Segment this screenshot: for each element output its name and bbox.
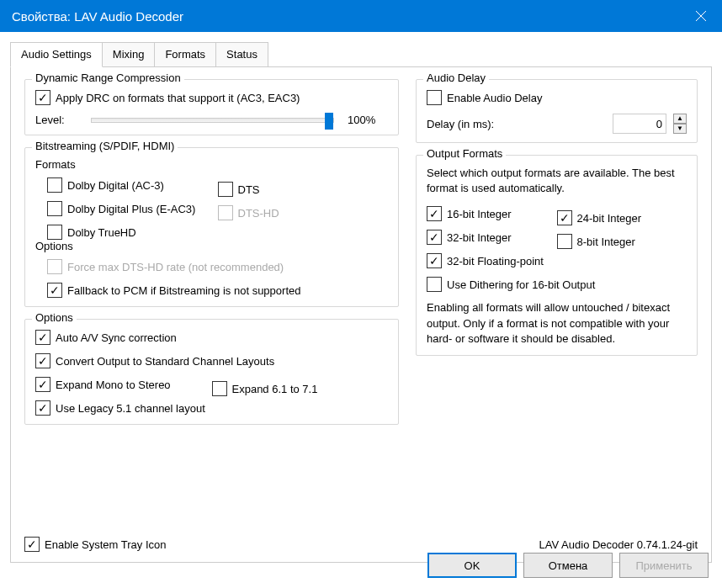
checkbox-expand-61[interactable]: Expand 6.1 to 7.1 [212, 377, 389, 400]
checkbox-box [47, 177, 62, 193]
checkbox-enable-delay[interactable]: Enable Audio Delay [427, 90, 687, 105]
group-output-formats: Output Formats Select which output forma… [416, 155, 698, 356]
checkbox-box [47, 201, 62, 216]
checkbox-expand-mono[interactable]: Expand Mono to Stereo [35, 377, 212, 392]
checkbox-apply-drc[interactable]: Apply DRC on formats that support it (AC… [35, 90, 388, 105]
checkbox-dts-hd: DTS-HD [218, 201, 389, 225]
group-title-audio-delay: Audio Delay [423, 72, 489, 84]
checkbox-dithering[interactable]: Use Dithering for 16-bit Output [427, 277, 687, 292]
checkbox-dolby-ac3[interactable]: Dolby Digital (AC-3) [47, 177, 218, 193]
group-title-options: Options [32, 311, 77, 324]
checkmark-icon [427, 253, 442, 268]
delay-input[interactable] [613, 114, 666, 134]
checkbox-dts[interactable]: DTS [218, 177, 389, 201]
checkbox-fp32[interactable]: 32-bit Floating-point [427, 253, 687, 268]
close-icon [695, 10, 707, 22]
checkmark-icon [557, 210, 572, 225]
checkmark-icon [35, 400, 50, 416]
checkbox-box [427, 277, 442, 292]
tab-bar: Audio Settings Mixing Formats Status [10, 42, 712, 67]
ok-button[interactable]: OK [427, 553, 517, 578]
window-title: Свойства: LAV Audio Decoder [12, 9, 680, 24]
slider-thumb[interactable] [325, 113, 333, 130]
tab-status[interactable]: Status [215, 42, 268, 67]
checkbox-av-sync[interactable]: Auto A/V Sync correction [35, 330, 388, 345]
checkmark-icon [35, 377, 50, 392]
checkmark-icon [35, 330, 50, 345]
close-button[interactable] [680, 0, 722, 32]
checkbox-box [557, 234, 572, 249]
cancel-button[interactable]: Отмена [523, 553, 613, 578]
bitstream-formats-label: Formats [35, 158, 388, 171]
checkbox-fallback-pcm[interactable]: Fallback to PCM if Bitstreaming is not s… [47, 283, 388, 298]
checkbox-int16[interactable]: 16-bit Integer [427, 206, 557, 221]
output-note: Enabling all formats will allow untouche… [427, 300, 687, 347]
group-title-bitstreaming: Bitstreaming (S/PDIF, HDMI) [32, 140, 178, 152]
tab-panel-audio: Dynamic Range Compression Apply DRC on f… [10, 66, 712, 563]
tab-mixing[interactable]: Mixing [102, 42, 156, 67]
checkbox-tray-icon[interactable]: Enable System Tray Icon [24, 537, 167, 552]
checkmark-icon [47, 283, 62, 298]
checkbox-int24[interactable]: 24-bit Integer [557, 206, 687, 230]
checkbox-convert-output[interactable]: Convert Output to Standard Channel Layou… [35, 353, 388, 368]
tab-audio-settings[interactable]: Audio Settings [10, 42, 103, 67]
checkmark-icon [35, 90, 50, 105]
tab-formats[interactable]: Formats [154, 42, 216, 67]
checkbox-box [47, 225, 62, 240]
checkbox-int32[interactable]: 32-bit Integer [427, 230, 557, 245]
group-bitstreaming: Bitstreaming (S/PDIF, HDMI) Formats Dolb… [24, 147, 399, 307]
group-audio-delay: Audio Delay Enable Audio Delay Delay (in… [416, 79, 698, 143]
delay-spin-down[interactable]: ▼ [673, 124, 687, 134]
group-drc: Dynamic Range Compression Apply DRC on f… [24, 79, 399, 135]
checkbox-box [212, 381, 227, 396]
checkmark-icon [427, 206, 442, 221]
delay-label: Delay (in ms): [427, 118, 606, 130]
bitstream-options-label: Options [35, 240, 388, 252]
checkbox-dolby-eac3[interactable]: Dolby Digital Plus (E-AC3) [47, 201, 218, 216]
group-title-output-formats: Output Formats [423, 147, 506, 160]
output-desc: Select which output formats are availabl… [427, 166, 687, 196]
checkmark-icon [427, 230, 442, 245]
checkmark-icon [24, 537, 40, 552]
checkbox-dolby-truehd[interactable]: Dolby TrueHD [47, 225, 388, 240]
drc-level-slider[interactable] [91, 118, 334, 123]
group-title-drc: Dynamic Range Compression [32, 72, 184, 84]
drc-level-value: 100% [348, 114, 388, 126]
title-bar: Свойства: LAV Audio Decoder [0, 0, 722, 32]
checkmark-icon [35, 353, 50, 368]
checkbox-box [427, 90, 442, 105]
checkbox-box [47, 259, 62, 274]
apply-button: Применить [619, 553, 709, 578]
checkbox-box [218, 182, 233, 197]
delay-spin-up[interactable]: ▲ [673, 114, 687, 124]
checkbox-int8[interactable]: 8-bit Integer [557, 230, 687, 253]
group-options: Options Auto A/V Sync correction Convert… [24, 319, 399, 425]
checkbox-box [218, 205, 233, 220]
drc-level-label: Level: [35, 114, 77, 126]
checkbox-force-max-dts: Force max DTS-HD rate (not recommended) [47, 259, 388, 274]
version-label: LAV Audio Decoder 0.74.1.24-git [539, 538, 698, 551]
checkbox-legacy-51[interactable]: Use Legacy 5.1 channel layout [35, 400, 388, 416]
